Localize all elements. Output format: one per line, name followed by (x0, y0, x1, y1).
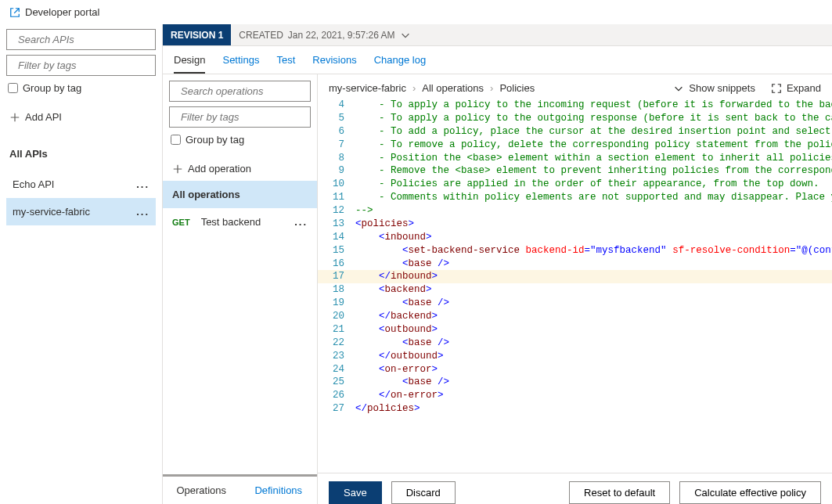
search-apis-input[interactable] (16, 33, 152, 46)
all-operations-item[interactable]: All operations (163, 181, 317, 208)
code-content: - To remove a policy, delete the corresp… (352, 139, 832, 152)
code-content: - To apply a policy to the incoming requ… (352, 99, 832, 112)
code-content: <base /> (352, 337, 832, 350)
search-operations-input[interactable] (179, 85, 315, 98)
add-operation-button[interactable]: Add operation (169, 157, 311, 181)
code-line[interactable]: 20 </backend> (318, 310, 832, 323)
code-line[interactable]: 22 <base /> (318, 337, 832, 350)
add-api-button[interactable]: Add API (6, 105, 156, 129)
code-line[interactable]: 15 <set-backend-service backend-id="mysf… (318, 244, 832, 257)
code-line[interactable]: 21 <outbound> (318, 323, 832, 337)
tab-test[interactable]: Test (276, 48, 295, 72)
code-line[interactable]: 17 </inbound> (318, 270, 832, 283)
code-line[interactable]: 14 <inbound> (318, 231, 832, 244)
search-operations-box[interactable] (169, 81, 311, 102)
code-line[interactable]: 5 - To apply a policy to the outgoing re… (318, 112, 832, 125)
filter-apis-input[interactable] (16, 59, 152, 72)
search-apis-box[interactable] (6, 29, 156, 50)
code-content: </outbound> (352, 350, 832, 363)
calculate-effective-policy-button[interactable]: Calculate effective policy (679, 481, 821, 504)
expand-label: Expand (787, 82, 821, 94)
code-line[interactable]: 6 - To add a policy, place the cursor at… (318, 125, 832, 139)
operation-item[interactable]: GETTest backend... (163, 208, 317, 236)
more-icon[interactable]: ... (294, 216, 308, 228)
http-verb-badge: GET (172, 218, 190, 227)
code-line[interactable]: 16 <base /> (318, 257, 832, 271)
code-line[interactable]: 9 - Remove the <base> element to prevent… (318, 164, 832, 178)
code-content: - Remove the <base> element to prevent i… (352, 164, 832, 178)
developer-portal-link[interactable]: Developer portal (0, 0, 832, 24)
code-line[interactable]: 18 <backend> (318, 283, 832, 297)
code-line[interactable]: 26 </on-error> (318, 389, 832, 402)
line-number: 14 (318, 231, 352, 244)
ops-tab-operations[interactable]: Operations (163, 477, 240, 504)
more-icon[interactable]: ... (136, 178, 149, 190)
line-number: 16 (318, 257, 352, 271)
crumb-api[interactable]: my-service-fabric (329, 82, 406, 94)
code-content: - Policies are applied in the order of t… (352, 178, 832, 191)
expand-button[interactable]: Expand (771, 82, 821, 94)
code-line[interactable]: 24 <on-error> (318, 363, 832, 376)
line-number: 11 (318, 191, 352, 204)
revision-bar: REVISION 1 CREATED Jan 22, 2021, 9:57:26… (163, 24, 832, 46)
sidebar-api-item[interactable]: Echo API... (6, 171, 156, 198)
policy-editor-panel: my-service-fabric › All operations › Pol… (318, 74, 832, 504)
discard-button[interactable]: Discard (391, 481, 456, 504)
code-content: <base /> (352, 297, 832, 310)
line-number: 18 (318, 283, 352, 297)
filter-operations-input[interactable] (179, 110, 315, 124)
chevron-right-icon: › (490, 82, 493, 94)
group-by-tag-row[interactable]: Group by tag (6, 81, 156, 100)
code-line[interactable]: 23 </outbound> (318, 350, 832, 363)
line-number: 9 (318, 164, 352, 178)
code-content: <policies> (352, 218, 832, 231)
code-content: </policies> (352, 402, 832, 416)
code-line[interactable]: 7 - To remove a policy, delete the corre… (318, 139, 832, 152)
ops-group-by-tag-checkbox[interactable] (171, 135, 181, 145)
add-api-label: Add API (25, 111, 62, 123)
revision-created[interactable]: CREATED Jan 22, 2021, 9:57:26 AM (231, 30, 418, 41)
code-line[interactable]: 25 <base /> (318, 376, 832, 389)
code-line[interactable]: 4 - To apply a policy to the incoming re… (318, 99, 832, 112)
line-number: 17 (318, 270, 352, 283)
line-number: 25 (318, 376, 352, 389)
code-line[interactable]: 10 - Policies are applied in the order o… (318, 178, 832, 191)
code-line[interactable]: 8 - Position the <base> element within a… (318, 152, 832, 165)
all-apis-heading: All APIs (6, 134, 156, 166)
code-content: <backend> (352, 283, 832, 297)
reset-to-default-button[interactable]: Reset to default (569, 481, 670, 504)
line-number: 24 (318, 363, 352, 376)
line-number: 13 (318, 218, 352, 231)
filter-apis-box[interactable] (6, 55, 156, 76)
save-button[interactable]: Save (329, 481, 382, 504)
more-icon[interactable]: ... (136, 206, 149, 218)
operation-item-label: Test backend (201, 216, 261, 228)
ops-group-by-tag-row[interactable]: Group by tag (169, 132, 311, 152)
code-line[interactable]: 13<policies> (318, 218, 832, 231)
policy-code-editor[interactable]: 4 - To apply a policy to the incoming re… (318, 99, 832, 473)
group-by-tag-checkbox[interactable] (8, 83, 18, 93)
add-operation-label: Add operation (188, 163, 251, 175)
show-snippets-label: Show snippets (689, 82, 755, 94)
code-content: <on-error> (352, 363, 832, 376)
plus-icon (9, 112, 20, 123)
code-line[interactable]: 11 - Comments within policy elements are… (318, 191, 832, 204)
code-content: <set-backend-service backend-id="mysfbac… (352, 244, 832, 257)
filter-operations-box[interactable] (169, 106, 311, 128)
sidebar-api-item[interactable]: my-service-fabric... (6, 198, 156, 225)
tab-settings[interactable]: Settings (222, 48, 259, 72)
plus-icon (172, 164, 183, 175)
crumb-current: Policies (499, 82, 535, 94)
tab-revisions[interactable]: Revisions (312, 48, 356, 72)
tab-design[interactable]: Design (174, 48, 205, 74)
crumb-scope[interactable]: All operations (422, 82, 484, 94)
tab-change-log[interactable]: Change log (374, 48, 427, 72)
code-line[interactable]: 12--> (318, 204, 832, 218)
ops-tab-definitions[interactable]: Definitions (240, 477, 318, 504)
developer-portal-label: Developer portal (25, 6, 99, 18)
code-line[interactable]: 19 <base /> (318, 297, 832, 310)
expand-icon (771, 83, 782, 94)
code-line[interactable]: 27</policies> (318, 402, 832, 416)
api-item-label: my-service-fabric (13, 206, 90, 218)
show-snippets-button[interactable]: Show snippets (673, 82, 755, 94)
